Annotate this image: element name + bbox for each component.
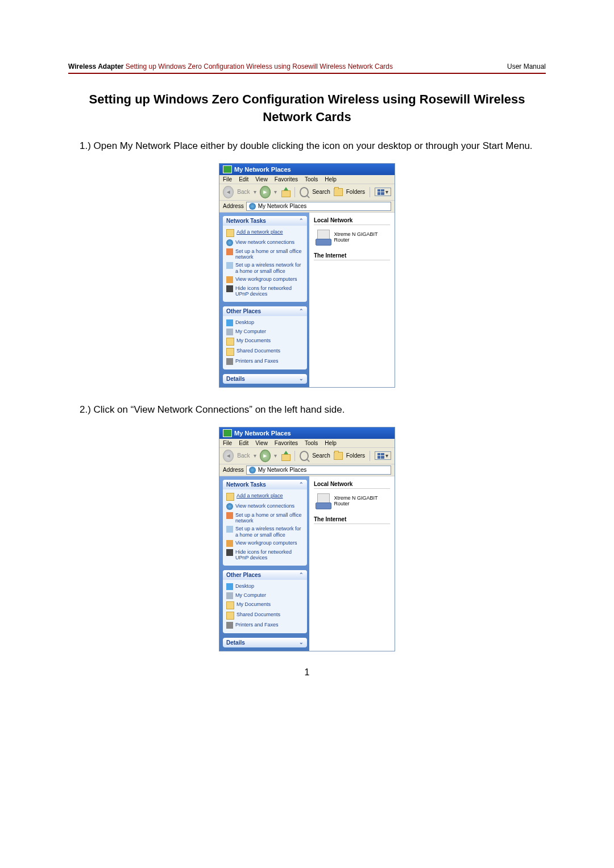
menu-favorites[interactable]: Favorites (275, 440, 298, 446)
chevron-up-icon: ⌃ (299, 572, 304, 578)
router-icon (314, 492, 331, 509)
views-button[interactable]: ▾ (375, 451, 391, 460)
chevron-up-icon: ⌃ (299, 308, 304, 314)
forward-button[interactable]: ► (260, 186, 271, 198)
router-label: Xtreme N GIGABIT Router (334, 495, 390, 506)
place-desktop[interactable]: Desktop (226, 582, 304, 591)
search-icon[interactable] (300, 451, 309, 461)
toolbar: ◄ Back ▾ ► ▾ Search Folders ▾ (219, 448, 395, 464)
task-workgroup[interactable]: View workgroup computers (226, 275, 304, 284)
up-button[interactable] (280, 451, 290, 461)
task-home-network[interactable]: Set up a home or small office network (226, 247, 304, 261)
address-field[interactable]: My Network Places (246, 202, 391, 211)
details-panel: Details ⌄ (223, 638, 307, 647)
task-wireless-network[interactable]: Set up a wireless network for a home or … (226, 525, 304, 539)
other-places-header[interactable]: Other Places ⌃ (223, 570, 307, 580)
search-icon[interactable] (300, 187, 309, 197)
router-label: Xtreme N GIGABIT Router (334, 231, 390, 243)
window-icon (223, 429, 232, 437)
internet-label: The Internet (314, 251, 390, 260)
menu-file[interactable]: File (223, 440, 232, 446)
task-hide-upnp[interactable]: Hide icons for networked UPnP devices (226, 548, 304, 562)
chevron-down-icon: ⌄ (299, 639, 304, 645)
menu-help[interactable]: Help (325, 176, 337, 182)
menu-help[interactable]: Help (325, 440, 337, 446)
addressbar: Address My Network Places (219, 464, 395, 476)
place-desktop[interactable]: Desktop (226, 318, 304, 327)
screenshot-1: My Network Places File Edit View Favorit… (219, 163, 395, 388)
up-button[interactable] (280, 187, 290, 197)
main-pane: Local Network Xtreme N GIGABIT Router Th… (309, 213, 395, 387)
back-button[interactable]: ◄ (223, 450, 234, 462)
details-header[interactable]: Details ⌄ (223, 638, 307, 647)
window-titlebar: My Network Places (219, 164, 395, 175)
search-label[interactable]: Search (312, 452, 330, 459)
menu-file[interactable]: File (223, 176, 232, 182)
back-label: Back (237, 452, 250, 459)
task-home-network[interactable]: Set up a home or small office network (226, 511, 304, 525)
menu-tools[interactable]: Tools (305, 176, 318, 182)
window-title: My Network Places (234, 166, 291, 173)
task-add-network-place[interactable]: Add a network place (226, 228, 304, 238)
place-my-documents[interactable]: My Documents (226, 337, 304, 347)
network-tasks-header[interactable]: Network Tasks ⌃ (223, 216, 307, 226)
address-icon (249, 467, 256, 474)
back-button[interactable]: ◄ (223, 186, 234, 198)
address-icon (249, 203, 256, 210)
menu-favorites[interactable]: Favorites (275, 176, 298, 182)
place-shared-docs[interactable]: Shared Documents (226, 347, 304, 357)
product-name: Wireless Adapter (68, 63, 123, 70)
screenshot-2: My Network Places File Edit View Favorit… (219, 427, 395, 651)
views-button[interactable]: ▾ (375, 188, 391, 196)
chevron-up-icon: ⌃ (299, 481, 304, 487)
folders-icon[interactable] (334, 452, 343, 460)
place-my-computer[interactable]: My Computer (226, 327, 304, 337)
router-item[interactable]: Xtreme N GIGABIT Router (314, 229, 390, 246)
task-view-connections[interactable]: View network connections (226, 502, 304, 511)
menu-tools[interactable]: Tools (305, 440, 318, 446)
search-label[interactable]: Search (312, 189, 330, 195)
router-item[interactable]: Xtreme N GIGABIT Router (314, 492, 390, 509)
header-right: User Manual (507, 63, 546, 70)
window-titlebar: My Network Places (219, 427, 395, 439)
sidebar: Network Tasks ⌃ Add a network place View… (219, 213, 309, 387)
page-number: 1 (68, 667, 546, 678)
forward-button[interactable]: ► (260, 450, 271, 462)
folders-label[interactable]: Folders (346, 452, 365, 459)
back-label: Back (237, 189, 250, 195)
place-my-computer[interactable]: My Computer (226, 591, 304, 600)
network-tasks-header[interactable]: Network Tasks ⌃ (223, 480, 307, 489)
window-title: My Network Places (234, 430, 291, 437)
task-wireless-network[interactable]: Set up a wireless network for a home or … (226, 261, 304, 275)
chevron-up-icon: ⌃ (299, 218, 304, 223)
task-workgroup[interactable]: View workgroup computers (226, 539, 304, 548)
address-field[interactable]: My Network Places (246, 466, 391, 475)
menu-edit[interactable]: Edit (239, 440, 248, 446)
menu-view[interactable]: View (255, 440, 268, 446)
task-view-connections[interactable]: View network connections (226, 238, 304, 247)
other-places-panel: Other Places ⌃ Desktop My Computer My Do… (223, 306, 307, 369)
address-value: My Network Places (258, 203, 307, 209)
menu-edit[interactable]: Edit (239, 176, 248, 182)
folders-label[interactable]: Folders (346, 189, 365, 195)
window-icon (223, 165, 232, 173)
menu-view[interactable]: View (255, 176, 268, 182)
place-printers[interactable]: Printers and Faxes (226, 357, 304, 366)
address-label: Address (223, 203, 244, 209)
task-add-network-place[interactable]: Add a network place (226, 492, 304, 502)
step-1-text: 1.) Open My Network Place either by doub… (80, 140, 546, 153)
place-shared-docs[interactable]: Shared Documents (226, 610, 304, 621)
other-places-header[interactable]: Other Places ⌃ (223, 306, 307, 316)
page-title: Setting up Windows Zero Configuration Wi… (68, 91, 546, 126)
folders-icon[interactable] (334, 188, 343, 196)
place-my-documents[interactable]: My Documents (226, 600, 304, 610)
details-header[interactable]: Details ⌄ (223, 374, 307, 384)
step-2-text: 2.) Click on “View Network Connections” … (80, 404, 546, 417)
details-panel: Details ⌄ (223, 374, 307, 384)
main-pane: Local Network Xtreme N GIGABIT Router Th… (309, 476, 395, 651)
header-left: Wireless Adapter Setting up Windows Zero… (68, 63, 393, 70)
place-printers[interactable]: Printers and Faxes (226, 621, 304, 630)
task-hide-upnp[interactable]: Hide icons for networked UPnP devices (226, 284, 304, 298)
address-label: Address (223, 467, 244, 473)
content-area: Network Tasks ⌃ Add a network place View… (219, 476, 395, 651)
